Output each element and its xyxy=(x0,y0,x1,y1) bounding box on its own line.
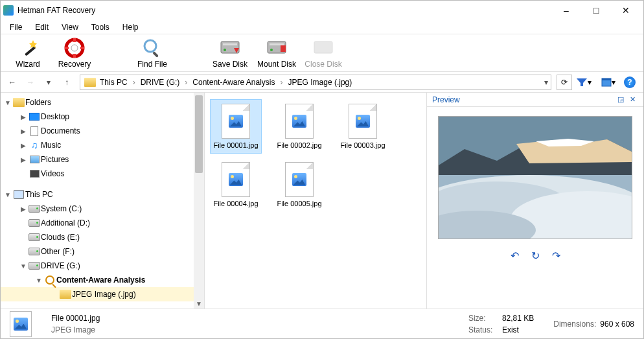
tree-label: Additional (D:) xyxy=(41,218,199,228)
file-name: File 00002.jpg xyxy=(277,141,321,149)
svg-rect-7 xyxy=(80,47,84,49)
file-page-icon xyxy=(285,162,314,197)
tree-label: Other (F:) xyxy=(41,247,199,256)
disk-mount-icon xyxy=(266,38,287,58)
close-button[interactable]: ✕ xyxy=(611,1,641,20)
window-title: Hetman FAT Recovery xyxy=(17,6,551,15)
chevron-right-icon: › xyxy=(279,78,284,87)
image-icon xyxy=(292,115,306,128)
file-item[interactable]: File 00004.jpg xyxy=(210,158,262,212)
expand-icon[interactable]: ▶ xyxy=(19,142,28,149)
tree-desktop[interactable]: ▶Desktop xyxy=(1,110,204,124)
tree-videos[interactable]: Videos xyxy=(1,167,204,181)
drive-icon xyxy=(28,205,41,213)
recovery-label: Recovery xyxy=(58,60,91,69)
menu-tools[interactable]: Tools xyxy=(86,21,115,33)
tree-additional-d[interactable]: Additional (D:) xyxy=(1,216,204,230)
address-dropdown[interactable]: ▾ xyxy=(544,78,548,87)
preview-body: ↶ ↻ ↷ xyxy=(427,107,643,309)
wizard-button[interactable]: Wizard xyxy=(7,38,49,69)
chevron-right-icon: › xyxy=(183,78,189,87)
image-icon xyxy=(356,115,370,128)
title-bar: Hetman FAT Recovery – □ ✕ xyxy=(1,1,643,20)
tree-content-aware[interactable]: ▼Content-Aware Analysis xyxy=(1,273,204,287)
drive-icon xyxy=(28,248,41,255)
disk-save-icon xyxy=(220,38,240,58)
find-file-label: Find File xyxy=(137,60,167,69)
expand-icon[interactable]: ▶ xyxy=(19,113,28,121)
help-button[interactable]: ? xyxy=(624,76,636,88)
up-button[interactable]: ↑ xyxy=(59,75,75,90)
crumb-drive[interactable]: DRIVE (G:) xyxy=(139,78,181,87)
tree-drive-g[interactable]: ▼DRIVE (G:) xyxy=(1,259,204,273)
folder-tree[interactable]: ▼ Folders ▶Desktop ▶Documents ▶♫Music ▶P… xyxy=(1,93,205,309)
tree-music[interactable]: ▶♫Music xyxy=(1,138,204,152)
tree-pictures[interactable]: ▶Pictures xyxy=(1,152,204,167)
video-icon xyxy=(28,170,41,178)
drive-icon xyxy=(28,219,41,227)
tree-clouds-e[interactable]: Clouds (E:) xyxy=(1,230,204,244)
tree-this-pc[interactable]: ▼This PC xyxy=(1,187,204,202)
disk-close-icon xyxy=(313,38,334,58)
main-area: ▼ Folders ▶Desktop ▶Documents ▶♫Music ▶P… xyxy=(1,93,643,309)
collapse-icon[interactable]: ▼ xyxy=(3,191,12,198)
maximize-button[interactable]: □ xyxy=(581,1,611,20)
file-item[interactable]: File 00005.jpg xyxy=(273,158,325,212)
save-disk-button[interactable]: Save Disk xyxy=(209,38,251,69)
back-button[interactable]: ← xyxy=(5,75,20,90)
close-disk-button: Close Disk xyxy=(303,38,344,69)
expand-icon[interactable]: ▶ xyxy=(19,128,28,135)
minimize-button[interactable]: – xyxy=(551,1,581,20)
file-list[interactable]: File 00001.jpgFile 00002.jpgFile 00003.j… xyxy=(205,93,426,309)
tree-scrollbar[interactable]: ▲ ▼ xyxy=(194,93,204,309)
filter-button[interactable]: ▾ xyxy=(575,78,593,87)
file-item[interactable]: File 00002.jpg xyxy=(273,99,325,154)
crumb-this-pc[interactable]: This PC xyxy=(98,78,129,87)
menu-edit[interactable]: Edit xyxy=(30,21,54,33)
address-bar[interactable]: This PC› DRIVE (G:)› Content-Aware Analy… xyxy=(80,75,551,90)
image-icon xyxy=(14,318,28,331)
tree-documents[interactable]: ▶Documents xyxy=(1,124,204,138)
crumb-caa[interactable]: Content-Aware Analysis xyxy=(191,78,276,87)
tree-jpeg-image[interactable]: JPEG Image (.jpg) xyxy=(1,287,204,301)
file-page-icon xyxy=(349,104,377,139)
menu-help[interactable]: Help xyxy=(117,21,144,33)
tree-other-f[interactable]: Other (F:) xyxy=(1,244,204,259)
mount-disk-button[interactable]: Mount Disk xyxy=(256,38,297,69)
size-value: 82,81 KB xyxy=(502,314,534,323)
expand-icon[interactable]: ▶ xyxy=(19,156,28,163)
forward-button: → xyxy=(23,75,38,90)
file-item[interactable]: File 00001.jpg xyxy=(210,99,262,154)
status-bar: File 00001.jpg JPEG Image Size:82,81 KB … xyxy=(1,309,643,338)
dimensions-label: Dimensions: xyxy=(553,320,600,329)
view-button[interactable]: ▾ xyxy=(599,78,617,87)
collapse-icon[interactable]: ▼ xyxy=(19,263,28,270)
rotate-right-button[interactable]: ↷ xyxy=(550,250,562,261)
menu-view[interactable]: View xyxy=(56,21,84,33)
find-file-button[interactable]: Find File xyxy=(132,38,173,69)
wand-icon xyxy=(17,38,38,58)
collapse-icon[interactable]: ▼ xyxy=(3,99,12,106)
file-item[interactable]: File 00003.jpg xyxy=(337,99,389,154)
file-page-icon xyxy=(285,104,314,139)
expand-icon[interactable]: ▶ xyxy=(19,205,28,213)
scroll-down-icon[interactable]: ▼ xyxy=(194,298,204,309)
menu-file[interactable]: File xyxy=(5,21,27,33)
tree-folders-root[interactable]: ▼ Folders xyxy=(1,95,204,110)
crumb-jpg[interactable]: JPEG Image (.jpg) xyxy=(287,78,354,87)
file-page-icon xyxy=(222,162,250,197)
status-thumbnail xyxy=(10,311,32,337)
history-dropdown[interactable]: ▾ xyxy=(41,75,56,90)
tree-label: Folders xyxy=(25,98,199,107)
preview-close-button[interactable]: ✕ xyxy=(627,94,638,106)
refresh-preview-button[interactable]: ↻ xyxy=(529,250,541,261)
refresh-button[interactable]: ⟳ xyxy=(557,75,572,90)
collapse-icon[interactable]: ▼ xyxy=(34,277,43,284)
drive-icon xyxy=(28,262,41,270)
tree-system-c[interactable]: ▶System (C:) xyxy=(1,202,204,216)
rotate-left-button[interactable]: ↶ xyxy=(509,250,520,261)
recovery-button[interactable]: Recovery xyxy=(54,38,95,69)
tree-label: Pictures xyxy=(41,155,199,164)
preview-dock-button[interactable]: ◲ xyxy=(615,94,627,106)
scroll-thumb[interactable] xyxy=(195,95,203,173)
